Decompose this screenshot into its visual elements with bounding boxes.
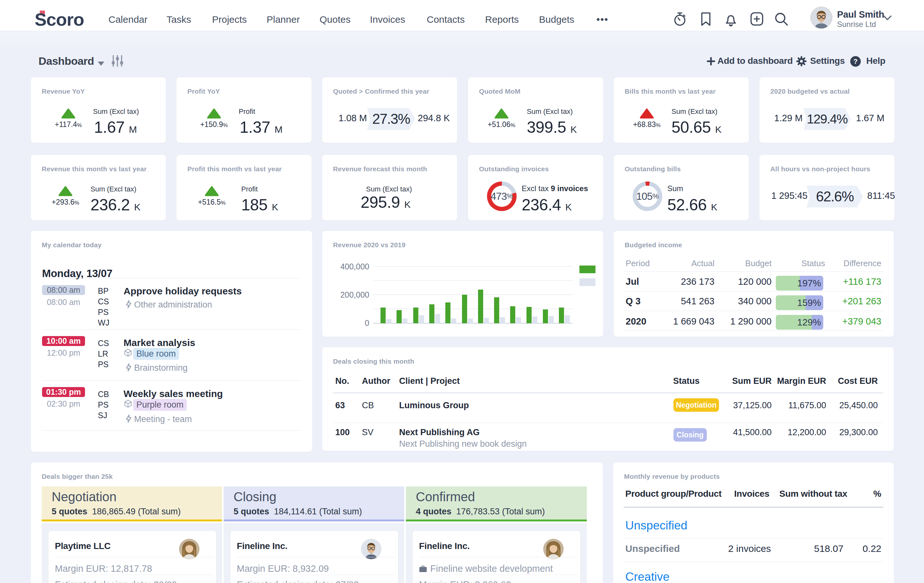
svg-text:400,000: 400,000 <box>340 262 369 271</box>
svg-text:200,000: 200,000 <box>340 290 369 299</box>
svg-text:Scoro: Scoro <box>35 9 84 30</box>
svg-text:?: ? <box>853 58 858 66</box>
svg-text:0: 0 <box>365 318 369 328</box>
